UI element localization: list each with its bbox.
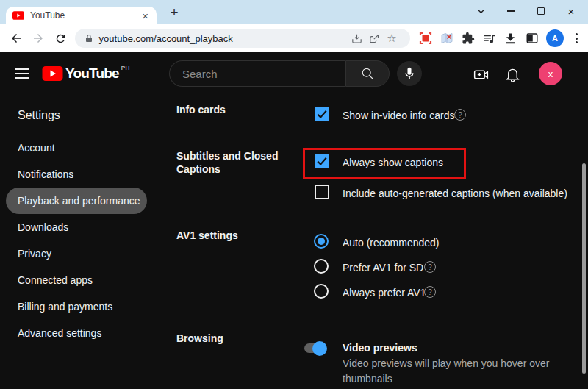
new-tab-button[interactable]: + [166, 4, 182, 21]
window-chevron-icon[interactable] [476, 6, 486, 16]
url-text: youtube.com/account_playback [99, 33, 348, 44]
minimize-button[interactable] [506, 6, 516, 16]
sidebar-item-notifications[interactable]: Notifications [0, 161, 169, 188]
browsing-label: Browsing [176, 332, 223, 345]
video-previews-label: Video previews [343, 340, 417, 355]
map-extension-icon[interactable] [440, 32, 453, 46]
tab-close-icon[interactable]: × [140, 10, 150, 21]
info-cards-option-label: Show in-video info cards [343, 108, 455, 123]
checkmark-icon [315, 107, 329, 121]
notifications-bell-icon[interactable] [503, 65, 522, 84]
youtube-account-avatar[interactable]: x [539, 62, 562, 85]
bookmark-star-icon[interactable]: ☆ [383, 32, 401, 45]
scrollbar-thumb[interactable] [582, 163, 586, 374]
av1-settings-label: AV1 settings [176, 229, 238, 242]
auto-generated-captions-checkbox[interactable] [315, 185, 329, 199]
screenshot-extension-icon[interactable] [418, 32, 432, 46]
sidebar-item-downloads[interactable]: Downloads [0, 214, 169, 240]
chrome-profile-avatar[interactable]: A [546, 29, 564, 47]
search-box [169, 60, 390, 87]
settings-content: Info cards Show in-video info cards ? Su… [169, 95, 588, 389]
close-button[interactable]: × [566, 6, 576, 16]
info-cards-help-icon[interactable]: ? [454, 109, 466, 121]
search-field[interactable] [169, 60, 345, 87]
browser-tab-youtube[interactable]: YouTube × [6, 7, 157, 24]
always-show-captions-checkbox[interactable] [315, 154, 329, 168]
av1-always-help-icon[interactable]: ? [424, 286, 436, 298]
reload-button[interactable] [51, 29, 69, 48]
search-input[interactable] [182, 68, 329, 80]
browser-window: YouTube × + × youtube.com/account_pla [0, 0, 588, 389]
playlist-extension-icon[interactable] [482, 32, 496, 46]
share-icon[interactable] [365, 32, 383, 45]
search-button[interactable] [345, 60, 390, 87]
av1-auto-label: Auto (recommended) [343, 235, 440, 250]
maximize-button[interactable] [536, 6, 546, 16]
voice-search-button[interactable] [397, 61, 422, 86]
av1-always-label: Always prefer AV1 [343, 285, 426, 300]
lock-icon [85, 34, 93, 43]
browser-menu-icon[interactable] [571, 33, 581, 43]
download-icon[interactable] [503, 32, 517, 46]
subtitles-label: Subtitles and Closed Captions [176, 149, 288, 176]
side-panel-icon[interactable] [525, 32, 539, 46]
video-previews-description: Video previews will play when you hover … [343, 356, 588, 387]
settings-layout: Settings Account Notifications Playback … [0, 95, 588, 389]
back-button[interactable] [7, 29, 25, 48]
logo-text: YouTube [65, 66, 119, 81]
youtube-page: YouTube PH x [0, 52, 588, 389]
checkmark-icon [315, 154, 329, 168]
microphone-icon [402, 66, 417, 81]
hamburger-menu-icon[interactable] [15, 68, 29, 82]
youtube-favicon-icon [12, 11, 24, 20]
av1-auto-radio[interactable] [314, 234, 329, 249]
youtube-play-icon [42, 66, 63, 81]
search-icon [360, 66, 375, 81]
install-icon[interactable] [348, 32, 365, 45]
av1-always-radio[interactable] [314, 284, 329, 299]
toggle-knob [312, 341, 327, 356]
sidebar-item-playback[interactable]: Playback and performance [6, 188, 147, 214]
window-controls: × [476, 0, 576, 22]
extensions-area: A [418, 29, 581, 47]
logo-region-badge: PH [121, 65, 130, 71]
av1-prefer-sd-label: Prefer AV1 for SD [343, 260, 423, 275]
info-cards-checkbox[interactable] [315, 107, 329, 121]
always-show-captions-label: Always show captions [343, 155, 443, 170]
sidebar-item-account[interactable]: Account [0, 135, 169, 161]
settings-sidebar: Settings Account Notifications Playback … [0, 95, 169, 389]
page-title: Settings [18, 108, 169, 123]
sidebar-item-connected-apps[interactable]: Connected apps [0, 267, 169, 293]
create-video-icon [472, 65, 490, 84]
info-cards-label: Info cards [176, 103, 226, 116]
video-previews-toggle[interactable] [304, 343, 325, 353]
youtube-logo[interactable]: YouTube PH [42, 66, 130, 81]
browser-toolbar: youtube.com/account_playback ☆ [0, 24, 588, 52]
youtube-header: YouTube PH x [0, 52, 588, 95]
sidebar-item-privacy[interactable]: Privacy [0, 240, 169, 267]
address-bar[interactable]: youtube.com/account_playback ☆ [75, 29, 410, 48]
settings-nav: Account Notifications Playback and perfo… [0, 135, 169, 346]
tab-title: YouTube [30, 10, 140, 21]
tab-strip: YouTube × + × [0, 0, 588, 24]
av1-prefer-sd-help-icon[interactable]: ? [424, 261, 436, 273]
sidebar-item-advanced[interactable]: Advanced settings [0, 320, 169, 346]
auto-generated-captions-label: Include auto-generated captions (when av… [343, 186, 567, 201]
av1-prefer-sd-radio[interactable] [314, 259, 329, 274]
forward-button[interactable] [29, 29, 47, 48]
extensions-puzzle-icon[interactable] [461, 32, 475, 46]
create-video-button[interactable] [471, 65, 490, 84]
sidebar-item-billing[interactable]: Billing and payments [0, 293, 169, 320]
